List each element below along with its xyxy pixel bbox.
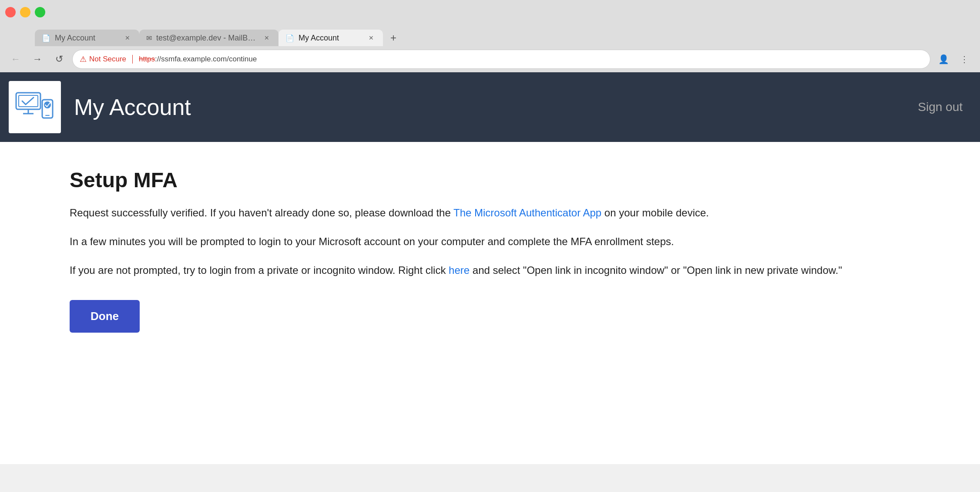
tab-2-icon: ✉ <box>146 34 152 42</box>
logo-svg <box>15 92 54 122</box>
done-button[interactable]: Done <box>70 300 140 333</box>
para1-before: Request successfully verified. If you ha… <box>70 207 453 219</box>
setup-mfa-heading: Setup MFA <box>70 168 910 192</box>
minimize-window-button[interactable] <box>20 7 30 17</box>
app-header: My Account Sign out <box>0 72 980 142</box>
address-bar[interactable]: ⚠ Not Secure https://ssmfa.example.com/c… <box>72 50 930 69</box>
tab-3-icon: 📄 <box>285 34 294 42</box>
paragraph-3: If you are not prompted, try to login fr… <box>70 263 853 278</box>
main-content: Setup MFA Request successfully verified.… <box>0 142 980 359</box>
security-warning: ⚠ Not Secure <box>80 54 126 64</box>
maximize-window-button[interactable] <box>35 7 45 17</box>
url-rest: ://ssmfa.example.com/continue <box>155 55 257 63</box>
menu-button[interactable]: ⋮ <box>956 51 973 68</box>
address-bar-row: ← → ↺ ⚠ Not Secure https://ssmfa.example… <box>0 46 980 72</box>
tab-2-title: test@example.dev - MailBox - <box>156 34 258 43</box>
sign-out-button[interactable]: Sign out <box>918 100 963 114</box>
tab-2[interactable]: ✉ test@example.dev - MailBox - ✕ <box>139 30 279 46</box>
tab-1-title: My Account <box>55 34 118 43</box>
header-left: My Account <box>0 72 191 142</box>
microsoft-authenticator-link[interactable]: The Microsoft Authenticator App <box>453 207 601 219</box>
window-controls <box>5 7 45 17</box>
app-header-title: My Account <box>74 94 191 120</box>
warning-icon: ⚠ <box>80 54 87 64</box>
para3-after: and select "Open link in incognito windo… <box>470 264 842 276</box>
browser-chrome: 📄 My Account ✕ ✉ test@example.dev - Mail… <box>0 0 980 464</box>
tab-3-title: My Account <box>299 34 362 43</box>
address-divider <box>132 55 133 64</box>
account-icon-button[interactable]: 👤 <box>935 51 952 68</box>
paragraph-1: Request successfully verified. If you ha… <box>70 205 853 221</box>
title-bar <box>0 0 980 24</box>
header-logo-box <box>9 81 61 133</box>
tab-1[interactable]: 📄 My Account ✕ <box>35 30 139 46</box>
para1-after: on your mobile device. <box>601 207 709 219</box>
here-link[interactable]: here <box>449 264 470 276</box>
toolbar-icons: 👤 ⋮ <box>935 51 973 68</box>
tab-3-close-button[interactable]: ✕ <box>366 33 376 43</box>
page-wrapper: My Account Sign out Setup MFA Request su… <box>0 72 980 464</box>
para3-before: If you are not prompted, try to login fr… <box>70 264 449 276</box>
tab-3[interactable]: 📄 My Account ✕ <box>279 30 383 46</box>
address-url: https://ssmfa.example.com/continue <box>139 55 257 64</box>
https-text: https <box>139 55 155 63</box>
close-window-button[interactable] <box>5 7 16 17</box>
not-secure-label: Not Secure <box>89 55 126 64</box>
back-button[interactable]: ← <box>7 51 24 68</box>
tab-2-close-button[interactable]: ✕ <box>262 33 272 43</box>
new-tab-button[interactable]: + <box>385 30 402 46</box>
tab-1-close-button[interactable]: ✕ <box>123 33 132 43</box>
reload-button[interactable]: ↺ <box>50 51 68 68</box>
tab-1-icon: 📄 <box>42 34 50 42</box>
tabs-bar: 📄 My Account ✕ ✉ test@example.dev - Mail… <box>0 24 980 46</box>
forward-button[interactable]: → <box>29 51 46 68</box>
paragraph-2: In a few minutes you will be prompted to… <box>70 234 853 249</box>
